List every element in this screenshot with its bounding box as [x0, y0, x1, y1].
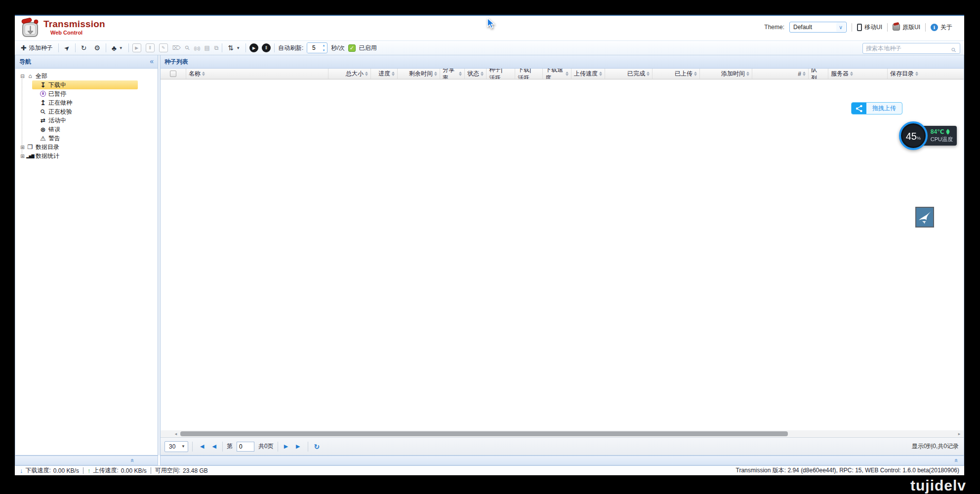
refresh-list-button[interactable]: ↻: [312, 442, 322, 452]
divider: [192, 442, 193, 452]
next-page-button[interactable]: ▶: [282, 442, 290, 451]
theme-select[interactable]: Default ∨: [789, 22, 847, 33]
detail-icon: ▤: [204, 44, 209, 51]
tree-item[interactable]: ↧ 下载中: [32, 80, 138, 89]
first-page-button[interactable]: ◀: [197, 442, 206, 451]
announce-button[interactable]: ((o)): [194, 45, 200, 51]
transmission-mini-icon: [893, 24, 900, 31]
gear-icon: ⚙: [94, 44, 100, 51]
statuspanel-collapse-strip[interactable]: «: [160, 456, 964, 465]
last-page-button[interactable]: ▶: [294, 442, 303, 451]
sort-arrows-icon: [694, 72, 697, 76]
sort-menu-button[interactable]: ⇅ ▼: [226, 43, 242, 52]
copy-path-button[interactable]: ⧉: [214, 45, 219, 51]
bird-extension-icon[interactable]: [915, 207, 934, 228]
tree-item[interactable]: ↥ 正在做种: [32, 98, 158, 107]
detail-button[interactable]: ▤: [204, 45, 209, 51]
header-link[interactable]: i 关于: [925, 23, 957, 32]
auto-refresh-input[interactable]: [307, 43, 320, 53]
play-icon: ▶: [135, 45, 138, 50]
divider: [75, 43, 76, 52]
header-link[interactable]: 移动UI: [852, 23, 887, 32]
expander-minus-icon[interactable]: ⊟: [19, 74, 26, 79]
column-header[interactable]: 上传速度: [572, 69, 605, 79]
sort-arrows-icon: [647, 72, 650, 76]
auto-refresh-checkbox[interactable]: ✓: [348, 44, 356, 52]
nav-tree: ⊟ ⌂ 全部 ↧ 下载中 Ⅱ 已暂停: [15, 69, 158, 455]
plugin-menu-button[interactable]: ♣ ▼: [110, 43, 125, 53]
prev-page-button[interactable]: ◀: [210, 442, 218, 451]
pagination-bar: 30 ▼ ◀ ◀ 第 共0页 ▶ ▶ ↻ 显示0到0,共0记录: [161, 437, 964, 455]
downloading-icon: ↧: [39, 81, 47, 89]
page-size-select[interactable]: 30 ▼: [164, 441, 188, 452]
pause-torrent-button[interactable]: Ⅱ: [146, 43, 155, 52]
column-header[interactable]: 分享率: [440, 69, 465, 79]
add-torrent-button[interactable]: ✚ 添加种子: [19, 43, 55, 53]
tree-item[interactable]: ⚲ 正在校验: [32, 107, 158, 116]
column-header[interactable]: 已完成: [605, 69, 653, 79]
column-header[interactable]: 下载速度: [543, 69, 572, 79]
tree-item[interactable]: ⊞ ▂▅▇ 数据统计: [19, 152, 158, 160]
select-all-checkbox[interactable]: [170, 71, 176, 77]
drag-upload-button[interactable]: 拖拽上传: [851, 102, 902, 114]
header-links: 移动UI 原版UI i 关于: [852, 23, 957, 32]
cpu-temperature: 84℃: [931, 128, 944, 135]
expander-plus-icon[interactable]: ⊞: [19, 145, 26, 150]
start-torrent-button[interactable]: ▶: [132, 43, 141, 52]
page-number-input[interactable]: [237, 442, 254, 452]
column-header[interactable]: 队列: [809, 69, 828, 79]
column-header[interactable]: 进度: [371, 69, 398, 79]
column-header[interactable]: 下载|活跃: [515, 69, 543, 79]
column-header[interactable]: 名称: [186, 69, 328, 79]
spin-down-icon[interactable]: ▾: [320, 48, 327, 53]
page-prefix-label: 第: [227, 442, 233, 451]
column-header[interactable]: 状态: [465, 69, 487, 79]
expander-plus-icon[interactable]: ⊞: [19, 153, 26, 159]
tree-item[interactable]: ⚠ 警告: [32, 134, 158, 143]
edit-torrent-button[interactable]: ✎: [159, 43, 168, 52]
header-link[interactable]: 原版UI: [887, 23, 925, 32]
version-info: Transmission 版本: 2.94 (d8e60ee44f), RPC:…: [736, 466, 959, 475]
scroll-left-icon[interactable]: ◂: [172, 431, 179, 436]
rocket-icon: ➤: [63, 44, 71, 52]
scrollbar-thumb[interactable]: [180, 431, 788, 436]
theme-label: Theme:: [764, 24, 784, 31]
column-header[interactable]: 总大小: [328, 69, 371, 79]
sort-arrows-icon: [746, 72, 749, 76]
tree-item[interactable]: ⇄ 活动中: [32, 116, 158, 125]
column-header[interactable]: 剩余时间: [398, 69, 440, 79]
cpu-widget: 45% 84℃ CPU温度: [899, 121, 957, 150]
column-header[interactable]: #: [752, 69, 809, 79]
column-header[interactable]: 服务器: [828, 69, 888, 79]
caret-down-icon: ▼: [119, 46, 123, 50]
tree-item[interactable]: Ⅱ 已暂停: [32, 89, 158, 98]
horizontal-scrollbar[interactable]: ◂ ▸: [161, 430, 964, 437]
column-header[interactable]: 已上传: [653, 69, 700, 79]
scroll-right-icon[interactable]: ▸: [956, 431, 963, 436]
tree-item[interactable]: ⊟ ⌂ 全部: [19, 72, 158, 80]
divider: [245, 43, 246, 52]
tree-item[interactable]: ⊗ 错误: [32, 125, 158, 134]
mobile-icon: [857, 24, 862, 31]
search-input[interactable]: [863, 45, 951, 52]
settings-button[interactable]: ⚙: [92, 43, 102, 52]
tree-item[interactable]: ⊞ ❐ 数据目录: [19, 143, 158, 152]
sidebar-collapse-strip[interactable]: «: [15, 456, 158, 465]
start-all-button[interactable]: ▶: [249, 43, 258, 52]
pause-icon: Ⅱ: [149, 45, 151, 50]
column-header[interactable]: 添加时间: [700, 69, 752, 79]
cpu-temp-label: CPU温度: [931, 136, 953, 143]
divider: [274, 43, 275, 52]
column-header[interactable]: 保存目录: [888, 69, 964, 79]
edit-icon: ✎: [162, 45, 165, 50]
recheck-button[interactable]: ⚲: [185, 45, 190, 51]
collapse-left-icon[interactable]: «: [150, 57, 154, 65]
remove-torrent-button[interactable]: ⌦: [172, 45, 181, 51]
spin-up-icon[interactable]: ▴: [320, 43, 327, 48]
app-header: Transmission Web Control Theme: Default …: [15, 16, 964, 40]
column-header[interactable]: 种子|活跃: [487, 69, 515, 79]
reload-button[interactable]: ↻: [79, 43, 89, 52]
pause-all-button[interactable]: Ⅱ: [262, 43, 271, 52]
cpu-usage-gauge: 45%: [899, 121, 928, 150]
quick-setup-button[interactable]: ➤: [62, 44, 72, 52]
